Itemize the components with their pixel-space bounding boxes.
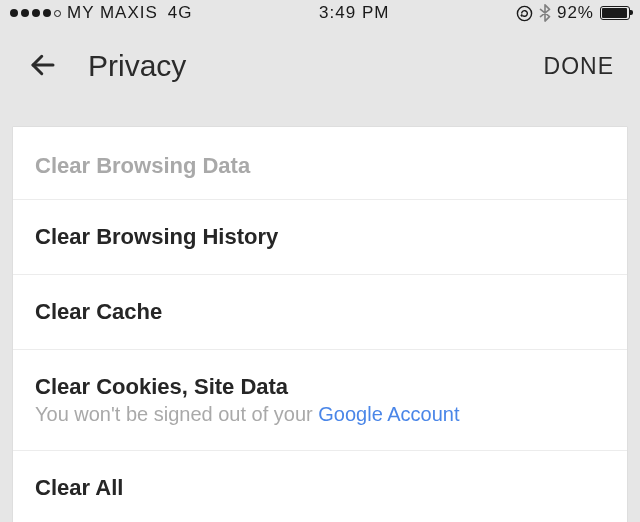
item-clear-cache[interactable]: Clear Cache	[13, 274, 627, 349]
back-button[interactable]	[22, 44, 64, 89]
settings-panel: Clear Browsing Data Clear Browsing Histo…	[12, 126, 628, 522]
status-time: 3:49 PM	[319, 3, 389, 23]
bluetooth-icon	[539, 4, 551, 22]
item-clear-cookies-site-data[interactable]: Clear Cookies, Site Data You won't be si…	[13, 349, 627, 450]
page-title: Privacy	[88, 49, 540, 83]
item-subtext: You won't be signed out of your Google A…	[35, 403, 605, 426]
header-bar: Privacy DONE	[0, 26, 640, 106]
item-label: Clear Cache	[35, 299, 605, 325]
item-label: Clear All	[35, 475, 605, 501]
status-left: MY MAXIS 4G	[10, 3, 193, 23]
section-header-clear-browsing-data: Clear Browsing Data	[13, 127, 627, 199]
battery-icon	[600, 6, 630, 20]
signal-strength-icon	[10, 9, 61, 17]
arrow-left-icon	[28, 50, 58, 80]
google-account-link[interactable]: Google Account	[318, 403, 459, 425]
carrier-label: MY MAXIS	[67, 3, 158, 23]
item-label: Clear Cookies, Site Data	[35, 374, 605, 400]
item-label: Clear Browsing History	[35, 224, 605, 250]
svg-point-0	[517, 6, 531, 20]
item-clear-all[interactable]: Clear All	[13, 450, 627, 522]
rotation-lock-icon	[516, 5, 533, 22]
status-right: 92%	[516, 3, 630, 23]
battery-percent-label: 92%	[557, 3, 594, 23]
battery-fill	[602, 8, 627, 18]
done-button[interactable]: DONE	[540, 45, 618, 88]
subtext-prefix: You won't be signed out of your	[35, 403, 318, 425]
status-bar: MY MAXIS 4G 3:49 PM 92%	[0, 0, 640, 26]
network-type-label: 4G	[168, 3, 193, 23]
item-clear-browsing-history[interactable]: Clear Browsing History	[13, 199, 627, 274]
